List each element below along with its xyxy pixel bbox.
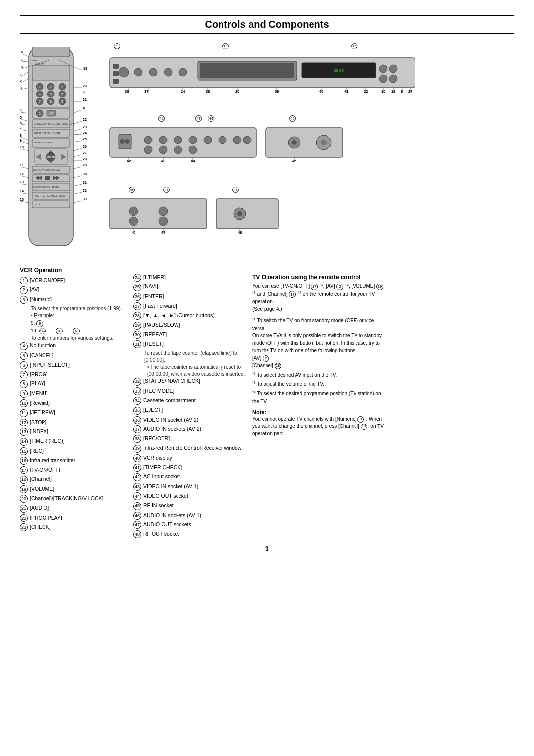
svg-text:22: 22 — [364, 89, 368, 94]
item-42: 42 AC Input socket — [134, 473, 247, 481]
item-23: 23 [CHECK] — [20, 523, 129, 531]
svg-rect-199 — [110, 199, 207, 229]
svg-text:2: 2 — [50, 85, 52, 89]
svg-text:MENU    ▼▲    NAVI: MENU ▼▲ NAVI — [34, 141, 53, 144]
svg-text:42: 42 — [127, 159, 131, 163]
item-26: 26 [ENTER] — [134, 293, 247, 301]
num-15: 15 — [20, 447, 28, 455]
num-8: 8 — [20, 380, 28, 388]
svg-text:16: 16 — [20, 50, 23, 54]
svg-text:3: 3 — [61, 85, 63, 89]
svg-line-2 — [22, 54, 29, 57]
svg-line-76 — [73, 141, 82, 142]
svg-text:15: 15 — [20, 198, 24, 201]
ac-panel-svg: 46 47 — [109, 196, 208, 236]
title-section: Controls and Components — [20, 15, 514, 34]
svg-text:4: 4 — [20, 109, 22, 112]
item-12: 12 [STOP] — [20, 419, 129, 426]
tv-operation-content: TV Operation using the remote control Yo… — [252, 274, 386, 437]
svg-text:23: 23 — [83, 125, 87, 129]
svg-point-201 — [129, 217, 138, 226]
side-panel-area: 45 45 — [265, 115, 344, 166]
item-44: 44 VIDEO OUT socket — [134, 492, 247, 500]
side-panel-svg: 45 — [265, 125, 344, 165]
svg-point-179 — [174, 146, 182, 154]
svg-text:13: 13 — [20, 180, 24, 184]
svg-text:30: 30 — [83, 172, 87, 176]
tv-operation-col: TV Operation using the remote control Yo… — [252, 267, 386, 540]
item-48: 48 RF OUT socket — [134, 530, 247, 538]
remote-svg: 16 17 18 19 ⏻ VCR TV — [20, 43, 96, 256]
svg-point-181 — [189, 146, 197, 154]
item-4: 4 No function — [20, 342, 129, 350]
svg-text:41: 41 — [344, 89, 348, 94]
item-3-sub3: To enter numbers for various settings. — [20, 335, 129, 342]
svg-rect-13 — [32, 65, 70, 80]
item-47: 47 AUDIO OUT sockets — [134, 521, 247, 529]
item-15: 15 [REC] — [20, 447, 129, 455]
svg-text:37: 37 — [144, 89, 148, 94]
item-33: 33 [REC MODE] — [134, 387, 247, 395]
svg-text:28: 28 — [83, 157, 87, 161]
rf-out-svg: 48 — [215, 196, 279, 236]
svg-line-52 — [73, 110, 82, 113]
svg-rect-208 — [216, 199, 278, 229]
svg-line-14 — [21, 72, 29, 77]
svg-text:2: 2 — [20, 79, 22, 83]
svg-text:26: 26 — [83, 145, 87, 148]
svg-text:46: 46 — [132, 230, 135, 235]
svg-text:JET REW       PAUSE/SLOW: JET REW PAUSE/SLOW — [33, 168, 60, 171]
svg-line-18 — [21, 88, 29, 90]
item-2: 2 [AV] — [20, 286, 129, 294]
svg-text:27: 27 — [408, 89, 412, 94]
footnote-1: *1 To switch the TV on from standby mode… — [252, 317, 386, 369]
item-14: 14 [TIMER (REC)] — [20, 437, 129, 445]
rf-out-panel: 48 48 — [215, 187, 279, 237]
svg-text:11: 11 — [20, 163, 24, 167]
svg-point-172 — [120, 139, 125, 144]
svg-text:6: 6 — [20, 121, 22, 125]
svg-text:43: 43 — [161, 159, 165, 163]
num-3: 3 — [20, 296, 28, 304]
num-16: 16 — [20, 457, 28, 465]
svg-point-134 — [149, 68, 157, 76]
svg-text:0: 0 — [39, 112, 41, 115]
page: Controls and Components 16 17 — [0, 0, 534, 756]
svg-text:27: 27 — [83, 151, 87, 155]
svg-point-133 — [134, 68, 142, 76]
svg-text:36: 36 — [125, 89, 129, 94]
svg-text:10: 10 — [381, 89, 385, 94]
svg-text:5: 5 — [50, 93, 52, 96]
back-panel-area: 42 43 44 — [109, 115, 257, 166]
item-20: 20 [Channel]/[TRACKING/V-LOCK] — [20, 495, 129, 503]
svg-text:END/EX  HBRS/▲  RESET: END/EX HBRS/▲ RESET — [33, 186, 59, 189]
svg-point-183 — [219, 136, 226, 144]
svg-point-180 — [189, 136, 197, 144]
num-4: 4 — [20, 342, 28, 350]
device-diagrams: 1 34 35 00:00 — [109, 43, 514, 257]
svg-line-105 — [21, 176, 29, 178]
item-3-sub1: To select the programme positions (1-99)… — [20, 305, 129, 312]
svg-text:4: 4 — [39, 93, 41, 96]
item-43: 43 VIDEO IN socket (AV 1) — [134, 483, 247, 491]
title-line: Controls and Components — [20, 15, 514, 34]
vcr-operation-title: VCR Operation — [20, 267, 129, 274]
svg-point-135 — [164, 68, 172, 76]
svg-text:PROG  CHECK  I-TIMER: PROG CHECK I-TIMER — [34, 132, 60, 135]
item-37: 37 AUDIO IN sockets (AV 2) — [134, 425, 247, 433]
svg-point-173 — [125, 139, 130, 144]
svg-point-203 — [159, 217, 168, 226]
item-41: 41 [TIMER CHECK] — [134, 464, 247, 472]
item-31: 31 [RESET] — [134, 340, 247, 348]
svg-text:47: 47 — [161, 230, 165, 235]
diagram-section: 16 17 18 19 ⏻ VCR TV — [20, 43, 514, 257]
footnote-3: *3 To adjust the volume of the TV. — [252, 380, 386, 388]
item-45: 45 RF IN socket — [134, 502, 247, 510]
num-5: 5 — [20, 352, 28, 360]
svg-text:31: 31 — [83, 181, 87, 184]
item-10: 10 [Rewind] — [20, 399, 129, 407]
num-14: 14 — [20, 438, 28, 446]
svg-text:9: 9 — [61, 100, 63, 103]
svg-text:14: 14 — [181, 89, 185, 94]
svg-text:38: 38 — [206, 89, 210, 94]
